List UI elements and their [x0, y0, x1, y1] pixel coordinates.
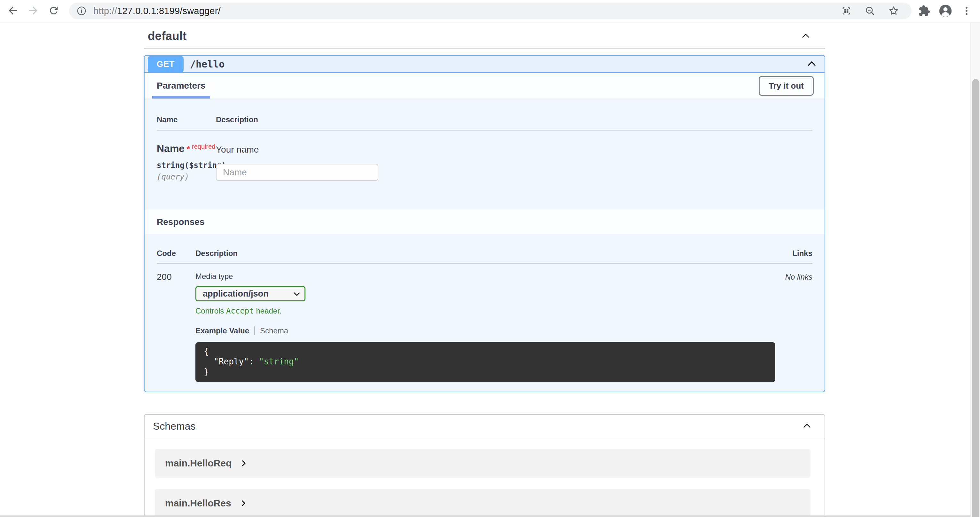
responses-col-description-header: Description	[196, 249, 792, 258]
tag-collapse-button[interactable]	[801, 31, 810, 41]
swagger-page: default GET /hello Parameters	[0, 22, 970, 517]
forward-button[interactable]	[26, 4, 40, 18]
model-name: main.HelloReq	[165, 458, 232, 469]
param-col-description-header: Description	[216, 115, 812, 124]
parameter-name: Name	[157, 143, 185, 154]
parameters-section-header: Parameters Try it out	[145, 73, 824, 99]
tab-example-value[interactable]: Example Value	[196, 326, 249, 335]
reload-button[interactable]	[47, 4, 61, 18]
forward-icon	[27, 5, 39, 17]
zoom-out-icon[interactable]	[863, 4, 877, 18]
chevron-up-icon	[801, 31, 810, 41]
param-col-name-header: Name	[157, 115, 216, 124]
model-row-hellores[interactable]: main.HelloRes	[155, 489, 810, 517]
response-code: 200	[157, 272, 196, 382]
code-line: }	[204, 367, 767, 377]
profile-avatar[interactable]	[939, 4, 953, 18]
reload-icon	[48, 5, 59, 17]
url-rest: 127.0.0.1:8199/swagger/	[117, 6, 221, 16]
scrollbar-track[interactable]	[970, 22, 980, 517]
response-links-value: No links	[785, 272, 812, 382]
scrollbar-thumb[interactable]	[972, 79, 979, 517]
opblock-get-hello: GET /hello Parameters Try it out Name De…	[144, 55, 825, 392]
tab-separator	[254, 326, 255, 335]
example-value-code-block: { "Reply": "string" }	[196, 342, 775, 382]
tag-title: default	[148, 29, 186, 43]
url-text: http://127.0.0.1:8199/swagger/	[93, 6, 221, 16]
required-star: *	[186, 144, 190, 154]
accept-header-hint: Controls Accept header.	[196, 307, 785, 315]
code-line: {	[204, 346, 767, 356]
extensions-icon[interactable]	[917, 4, 931, 18]
example-schema-tabs: Example Value Schema	[196, 326, 785, 335]
media-type-select[interactable]: application/json	[196, 286, 305, 301]
responses-title: Responses	[157, 217, 204, 227]
operation-path: /hello	[190, 59, 224, 70]
parameter-description: Your name	[216, 143, 812, 155]
parameter-type: string($string)	[157, 161, 216, 170]
response-row-200: 200 Media type application/json Controls…	[157, 264, 812, 382]
address-bar[interactable]: http://127.0.0.1:8199/swagger/	[69, 3, 912, 19]
media-type-label: Media type	[196, 272, 785, 281]
schemas-section: Schemas main.HelloReq main.HelloRes	[144, 414, 825, 517]
tab-parameters[interactable]: Parameters	[152, 73, 210, 99]
tab-schema[interactable]: Schema	[260, 326, 288, 335]
model-name: main.HelloRes	[165, 498, 231, 509]
menu-kebab-icon[interactable]	[959, 4, 974, 18]
chevron-up-icon	[807, 59, 817, 70]
back-button[interactable]	[6, 4, 20, 18]
reading-mode-icon[interactable]	[839, 4, 853, 18]
responses-section-header: Responses	[145, 210, 824, 234]
code-line: "Reply": "string"	[204, 356, 767, 367]
chevron-up-icon	[802, 421, 812, 431]
site-info-icon[interactable]	[76, 5, 87, 16]
chevron-right-icon	[240, 460, 248, 467]
parameter-location: (query)	[157, 172, 216, 181]
tag-section-default[interactable]: default	[144, 22, 825, 49]
opblock-summary[interactable]: GET /hello	[145, 56, 824, 73]
method-badge: GET	[148, 56, 184, 72]
responses-col-code-header: Code	[157, 249, 196, 258]
tab-parameters-label: Parameters	[157, 81, 206, 91]
schemas-collapse-button[interactable]	[802, 421, 812, 431]
responses-col-links-header: Links	[792, 249, 812, 258]
try-it-out-button[interactable]: Try it out	[759, 76, 814, 95]
chevron-right-icon	[240, 500, 247, 507]
parameter-name-input[interactable]	[216, 164, 379, 181]
model-row-helloreq[interactable]: main.HelloReq	[155, 449, 810, 478]
responses-table: Code Description Links 200 Media type ap…	[145, 234, 824, 391]
parameter-row: Name*required string($string) (query) Yo…	[157, 130, 812, 181]
back-icon	[7, 5, 19, 17]
browser-toolbar: http://127.0.0.1:8199/swagger/	[0, 0, 980, 22]
parameters-table: Name Description Name*required string($s…	[145, 99, 824, 210]
schemas-header[interactable]: Schemas	[145, 415, 824, 438]
bottom-edge-strip	[0, 515, 970, 517]
required-label: required	[192, 143, 215, 150]
opblock-collapse-button[interactable]	[807, 59, 817, 70]
schemas-title: Schemas	[153, 420, 196, 432]
url-scheme: http://	[93, 6, 117, 16]
bookmark-star-icon[interactable]	[887, 4, 900, 18]
